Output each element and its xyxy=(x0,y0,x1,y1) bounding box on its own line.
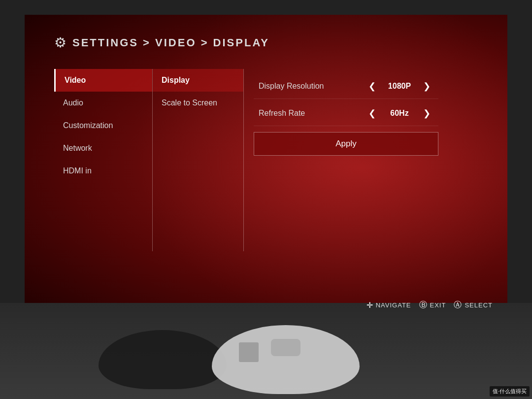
screen: ⚙ SETTINGS > VIDEO > DISPLAY Video Audio… xyxy=(25,15,507,320)
select-icon: Ⓐ xyxy=(454,300,462,310)
display-resolution-label: Display Resolution xyxy=(259,82,357,91)
resolution-arrow-left[interactable]: ❮ xyxy=(366,80,379,93)
select-label: SELECT xyxy=(465,301,493,309)
refresh-rate-label: Refresh Rate xyxy=(259,109,357,118)
gear-icon: ⚙ xyxy=(54,34,66,51)
refresh-rate-arrow-right[interactable]: ❯ xyxy=(420,107,433,120)
controller-left xyxy=(99,330,227,389)
refresh-rate-arrow-left[interactable]: ❮ xyxy=(366,107,379,120)
sub-item-scale-to-screen[interactable]: Scale to Screen xyxy=(153,92,243,114)
display-resolution-row: Display Resolution ❮ 1080P ❯ xyxy=(254,74,438,99)
hud-exit: Ⓑ EXIT xyxy=(419,300,446,310)
menu-panel: Video Audio Customization Network HDMI i… xyxy=(54,69,448,251)
navigate-icon: ✛ xyxy=(366,300,373,310)
bottom-hud: ✛ NAVIGATE Ⓑ EXIT Ⓐ SELECT xyxy=(366,300,493,310)
controller-dpad xyxy=(239,342,259,362)
hud-select: Ⓐ SELECT xyxy=(454,300,493,310)
breadcrumb: SETTINGS > VIDEO > DISPLAY xyxy=(72,36,269,49)
resolution-value: 1080P xyxy=(385,82,414,91)
controller-right xyxy=(212,325,360,394)
navigate-label: NAVIGATE xyxy=(376,301,411,309)
sidebar-item-hdmi[interactable]: HDMI in xyxy=(54,160,152,182)
nav-left-column: Video Audio Customization Network HDMI i… xyxy=(54,69,153,251)
hud-navigate: ✛ NAVIGATE xyxy=(366,300,411,310)
settings-panel: Display Resolution ❮ 1080P ❯ Refresh Rat… xyxy=(244,69,448,251)
controller-touchpad xyxy=(271,339,300,356)
sidebar-item-video[interactable]: Video xyxy=(54,69,152,92)
exit-icon: Ⓑ xyxy=(419,300,428,310)
apply-button[interactable]: Apply xyxy=(254,132,438,156)
sub-item-display[interactable]: Display xyxy=(153,69,243,92)
sidebar-item-customization[interactable]: Customization xyxy=(54,114,152,137)
refresh-rate-control: ❮ 60Hz ❯ xyxy=(366,107,433,120)
nav-mid-column: Display Scale to Screen xyxy=(153,69,244,251)
refresh-rate-value: 60Hz xyxy=(385,109,414,118)
resolution-arrow-right[interactable]: ❯ xyxy=(420,80,433,93)
display-resolution-control: ❮ 1080P ❯ xyxy=(366,80,433,93)
sidebar-item-audio[interactable]: Audio xyxy=(54,92,152,114)
exit-label: EXIT xyxy=(430,301,446,309)
watermark: 值·什么值得买 xyxy=(490,386,530,397)
header: ⚙ SETTINGS > VIDEO > DISPLAY xyxy=(54,34,269,51)
sidebar-item-network[interactable]: Network xyxy=(54,137,152,160)
monitor-outer: ⚙ SETTINGS > VIDEO > DISPLAY Video Audio… xyxy=(0,0,532,399)
desk-area xyxy=(0,303,532,399)
refresh-rate-row: Refresh Rate ❮ 60Hz ❯ xyxy=(254,101,438,126)
